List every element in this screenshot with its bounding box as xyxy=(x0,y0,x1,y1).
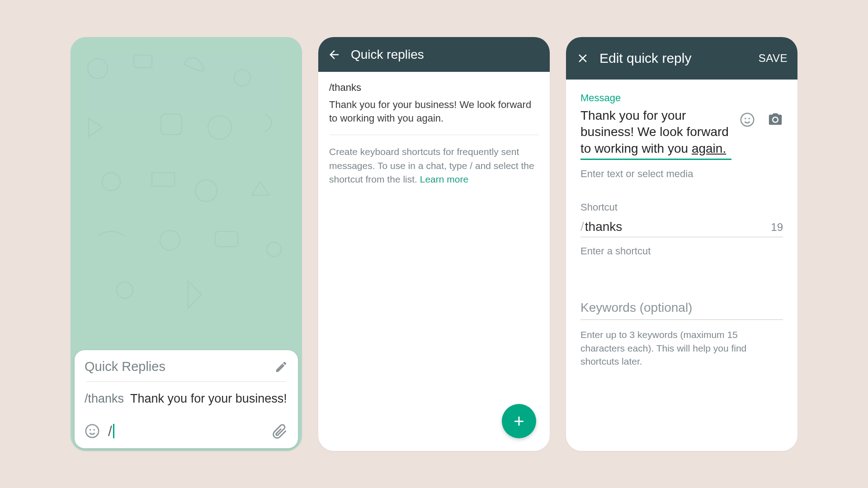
quick-replies-list-screen: Quick replies /thanks Thank you for your… xyxy=(318,37,550,451)
quick-replies-popup: Quick Replies /thanks Thank you for your… xyxy=(75,350,298,448)
popup-title: Quick Replies xyxy=(85,359,165,374)
header: Quick replies xyxy=(318,37,550,72)
svg-point-5 xyxy=(102,173,120,191)
keywords-input[interactable]: Keywords (optional) xyxy=(580,298,783,320)
close-icon[interactable] xyxy=(576,52,590,65)
suggestion-preview: Thank you for your business! We … xyxy=(130,392,288,406)
svg-rect-1 xyxy=(134,55,152,68)
svg-point-15 xyxy=(745,117,746,119)
message-input[interactable]: / xyxy=(108,422,264,440)
save-button[interactable]: SAVE xyxy=(759,52,788,65)
attachment-icon[interactable] xyxy=(272,423,288,439)
chat-screen: Quick Replies /thanks Thank you for your… xyxy=(71,37,302,451)
quick-reply-item[interactable]: /thanks Thank you for your business! We … xyxy=(329,82,539,125)
svg-point-0 xyxy=(88,59,108,79)
message-hint: Enter text or select media xyxy=(580,168,783,180)
svg-rect-8 xyxy=(215,231,238,247)
svg-point-6 xyxy=(195,180,217,202)
divider xyxy=(329,135,539,135)
camera-icon[interactable] xyxy=(768,112,783,127)
svg-point-7 xyxy=(160,230,180,250)
divider xyxy=(86,381,286,382)
shortcut-char-count: 19 xyxy=(771,221,783,234)
svg-point-11 xyxy=(86,425,99,437)
emoji-icon[interactable] xyxy=(85,423,100,439)
svg-point-13 xyxy=(94,429,95,430)
shortcut-field-label: Shortcut xyxy=(580,202,783,213)
svg-point-4 xyxy=(208,116,231,139)
shortcut-value: thanks xyxy=(585,220,623,234)
pencil-icon[interactable] xyxy=(274,360,288,374)
learn-more-link[interactable]: Learn more xyxy=(420,174,468,184)
screen-title: Edit quick reply xyxy=(599,51,691,66)
svg-point-16 xyxy=(749,117,750,119)
item-message: Thank you for your business! We look for… xyxy=(329,98,539,125)
svg-point-2 xyxy=(234,70,250,86)
suggestion-shortcut: /thanks xyxy=(85,392,124,406)
shortcut-hint: Enter a shortcut xyxy=(580,245,783,257)
input-value: / xyxy=(108,423,112,440)
message-input[interactable]: Thank you for your business! We look for… xyxy=(580,108,731,160)
shortcut-input[interactable]: / thanks 19 xyxy=(580,216,783,237)
header: Edit quick reply SAVE xyxy=(566,37,797,80)
plus-icon: + xyxy=(514,411,524,432)
back-arrow-icon[interactable] xyxy=(327,48,341,61)
message-field-label: Message xyxy=(580,92,783,104)
svg-point-12 xyxy=(90,429,91,430)
edit-quick-reply-screen: Edit quick reply SAVE Message Thank you … xyxy=(566,37,797,451)
text-caret xyxy=(113,424,114,438)
svg-point-14 xyxy=(741,113,754,126)
svg-rect-3 xyxy=(161,114,182,135)
add-quick-reply-fab[interactable]: + xyxy=(502,404,536,438)
svg-point-9 xyxy=(267,242,281,257)
help-text: Create keyboard shortcuts for frequently… xyxy=(329,145,539,186)
keywords-hint: Enter up to 3 keywords (maximum 15 chara… xyxy=(580,328,783,368)
item-shortcut: /thanks xyxy=(329,82,539,94)
screen-title: Quick replies xyxy=(351,47,424,62)
shortcut-slash: / xyxy=(580,220,584,234)
quick-reply-suggestion[interactable]: /thanks Thank you for your business! We … xyxy=(85,392,288,422)
svg-point-10 xyxy=(117,282,133,298)
emoji-icon[interactable] xyxy=(740,112,755,127)
